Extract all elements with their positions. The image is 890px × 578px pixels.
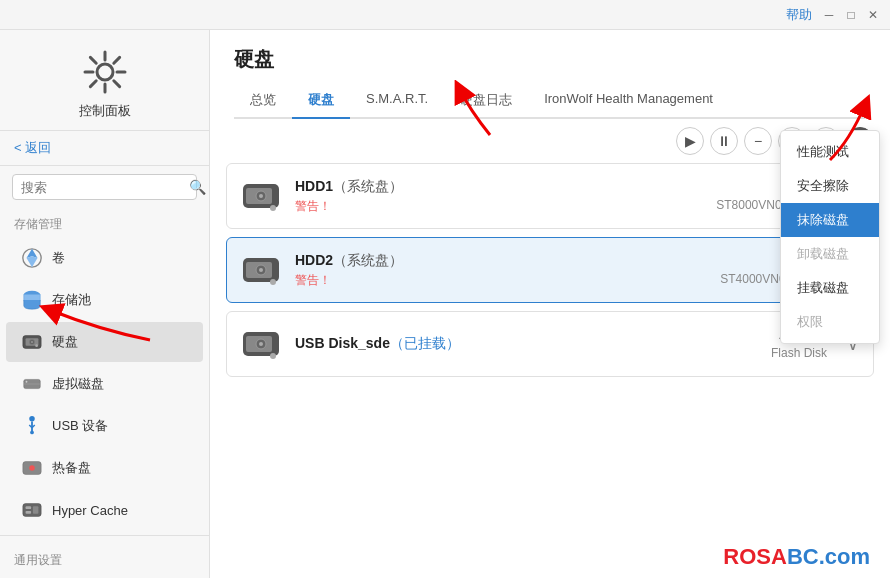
window-controls: ─ □ ✕ xyxy=(822,8,880,22)
tab-harddisk[interactable]: 硬盘 xyxy=(292,83,350,117)
sidebar-item-virtual-disk[interactable]: 虚拟磁盘 xyxy=(6,364,203,404)
main-content: 硬盘 总览 硬盘 S.M.A.R.T. 硬盘日志 IronWolf Health… xyxy=(210,30,890,578)
control-panel-icon xyxy=(81,48,129,96)
hot-spare-icon xyxy=(20,456,44,480)
disk-warning-hdd2: 警告！ xyxy=(295,272,720,289)
sidebar-item-volumes[interactable]: 卷 xyxy=(6,238,203,278)
hard-disk-label: 硬盘 xyxy=(52,333,78,351)
svg-point-42 xyxy=(270,353,276,359)
usb-device-icon xyxy=(20,414,44,438)
svg-rect-27 xyxy=(26,506,31,509)
storage-pool-icon xyxy=(20,288,44,312)
disk-icon-hdd2 xyxy=(241,250,281,290)
disk-name-usb: USB Disk_sde（已挂载） xyxy=(295,335,771,353)
sidebar-search-box[interactable]: 🔍 xyxy=(12,174,197,200)
svg-point-25 xyxy=(29,465,35,471)
disk-name-hdd2: HDD2（系统盘） xyxy=(295,252,720,270)
disk-model-usb: Flash Disk xyxy=(771,346,827,360)
sidebar-header: 控制面板 xyxy=(0,30,209,131)
context-menu-mount-disk[interactable]: 挂载磁盘 xyxy=(781,271,879,305)
svg-point-37 xyxy=(270,279,276,285)
app-container: 控制面板 < 返回 🔍 存储管理 卷 xyxy=(0,30,890,578)
tab-smart[interactable]: S.M.A.R.T. xyxy=(350,83,444,117)
hot-spare-label: 热备盘 xyxy=(52,459,91,477)
tab-overview[interactable]: 总览 xyxy=(234,83,292,117)
disk-item-hdd1[interactable]: HDD1（系统盘） 警告！ 8.00 TB ST8000VN0022-2EL11… xyxy=(226,163,874,229)
disk-info-hdd2: HDD2（系统盘） 警告！ xyxy=(295,252,720,289)
svg-point-34 xyxy=(259,194,263,198)
main-header: 硬盘 总览 硬盘 S.M.A.R.T. 硬盘日志 IronWolf Health… xyxy=(210,30,890,119)
virtual-disk-icon xyxy=(20,372,44,396)
hyper-cache-icon xyxy=(20,498,44,522)
volumes-label: 卷 xyxy=(52,249,65,267)
sidebar-control-panel-label: 控制面板 xyxy=(79,102,131,120)
svg-point-0 xyxy=(97,64,113,80)
sidebar-back-button[interactable]: < 返回 xyxy=(0,131,209,166)
disk-info-usb: USB Disk_sde（已挂载） xyxy=(295,335,771,353)
svg-line-5 xyxy=(90,57,96,63)
svg-point-18 xyxy=(26,381,28,383)
svg-line-6 xyxy=(113,81,119,87)
svg-point-19 xyxy=(29,416,35,422)
svg-rect-29 xyxy=(33,506,38,513)
svg-point-39 xyxy=(259,268,263,272)
virtual-disk-label: 虚拟磁盘 xyxy=(52,375,104,393)
disk-icon-usb xyxy=(241,324,281,364)
titlebar: 帮助 ─ □ ✕ xyxy=(0,0,890,30)
sidebar-item-usb-device[interactable]: USB 设备 xyxy=(6,406,203,446)
sidebar-divider xyxy=(0,535,209,536)
page-title: 硬盘 xyxy=(234,46,866,73)
tab-disk-log[interactable]: 硬盘日志 xyxy=(444,83,528,117)
context-menu-permissions: 权限 xyxy=(781,305,879,339)
minimize-button[interactable]: ─ xyxy=(822,8,836,22)
sidebar: 控制面板 < 返回 🔍 存储管理 卷 xyxy=(0,30,210,578)
storage-section-label: 存储管理 xyxy=(0,208,209,237)
volumes-icon xyxy=(20,246,44,270)
help-link[interactable]: 帮助 xyxy=(786,6,812,24)
play-button[interactable]: ▶ xyxy=(676,127,704,155)
harddisk-icon xyxy=(20,330,44,354)
storage-pool-label: 存储池 xyxy=(52,291,91,309)
svg-point-44 xyxy=(259,342,263,346)
tabs-bar: 总览 硬盘 S.M.A.R.T. 硬盘日志 IronWolf Health Ma… xyxy=(234,83,866,119)
context-menu-secure-erase[interactable]: 安全擦除 xyxy=(781,169,879,203)
tab-ironwolf[interactable]: IronWolf Health Management xyxy=(528,83,729,117)
search-input[interactable] xyxy=(21,180,189,195)
svg-point-32 xyxy=(270,205,276,211)
disk-info-hdd1: HDD1（系统盘） 警告！ xyxy=(295,178,716,215)
disk-warning-hdd1: 警告！ xyxy=(295,198,716,215)
general-section-label: 通用设置 xyxy=(0,544,209,573)
disk-item-hdd2[interactable]: HDD2（系统盘） 警告！ 4.00 TB ST4000VN008-2DR166 xyxy=(226,237,874,303)
svg-point-23 xyxy=(30,431,34,435)
svg-rect-28 xyxy=(26,511,31,514)
watermark: ROSABC.com xyxy=(723,544,870,570)
disk-item-usb[interactable]: USB Disk_sde（已挂载） 4.02 GB Flash Disk ∨ xyxy=(226,311,874,377)
svg-point-13 xyxy=(35,344,38,347)
sidebar-item-hard-disk[interactable]: 硬盘 xyxy=(6,322,203,362)
maximize-button[interactable]: □ xyxy=(844,8,858,22)
context-menu-unmount-disk: 卸载磁盘 xyxy=(781,237,879,271)
close-button[interactable]: ✕ xyxy=(866,8,880,22)
disk-icon-hdd1 xyxy=(241,176,281,216)
svg-line-7 xyxy=(113,57,119,63)
sidebar-item-storage-pool[interactable]: 存储池 xyxy=(6,280,203,320)
disk-name-hdd1: HDD1（系统盘） xyxy=(295,178,716,196)
context-menu: 性能测试 安全擦除 抹除磁盘 卸载磁盘 挂载磁盘 权限 xyxy=(780,130,880,344)
sidebar-item-hyper-cache[interactable]: Hyper Cache xyxy=(6,490,203,530)
usb-device-label: USB 设备 xyxy=(52,417,108,435)
pause-button[interactable]: ⏸ xyxy=(710,127,738,155)
svg-line-8 xyxy=(90,81,96,87)
hyper-cache-label: Hyper Cache xyxy=(52,503,128,518)
svg-point-15 xyxy=(31,341,33,343)
sidebar-item-hot-spare[interactable]: 热备盘 xyxy=(6,448,203,488)
search-icon: 🔍 xyxy=(189,179,206,195)
minus-button[interactable]: − xyxy=(744,127,772,155)
context-menu-wipe-disk[interactable]: 抹除磁盘 xyxy=(781,203,879,237)
context-menu-perf-test[interactable]: 性能测试 xyxy=(781,135,879,169)
